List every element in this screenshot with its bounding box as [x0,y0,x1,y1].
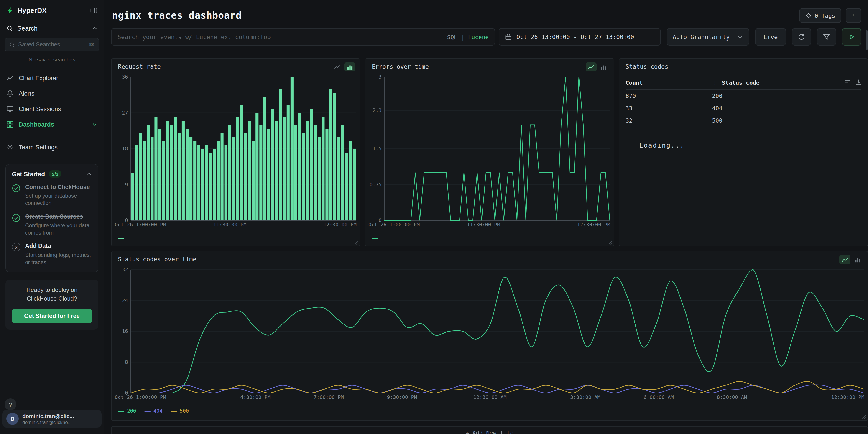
legend-label: 500 [180,408,189,414]
run-query-button[interactable] [842,28,861,45]
step-desc: Start sending logs, metrics, or traces [25,251,92,266]
lucene-toggle[interactable]: Lucene [468,33,489,40]
legend-item[interactable] [372,238,378,239]
granularity-select[interactable]: Auto Granularity [667,28,749,45]
progress-badge: 2/3 [49,170,62,178]
sidebar-item-team-settings[interactable]: Team Settings [0,140,104,155]
bar-chart-toggle[interactable] [852,255,863,264]
legend-item[interactable] [118,238,124,239]
query-toolbar: SQL | Lucene Oct 26 13:00:00 - Oct 27 13… [111,28,868,45]
refresh-icon [798,33,805,40]
legend-label: 404 [153,408,162,414]
sql-toggle[interactable]: SQL [447,33,457,40]
line-chart-toggle[interactable] [585,62,596,71]
legend-item-500[interactable]: 500 [171,408,189,414]
legend-item-404[interactable]: 404 [144,408,162,414]
svg-text:11:30:00 PM: 11:30:00 PM [467,222,500,227]
event-search-input[interactable] [118,33,443,40]
svg-text:Oct 26 1:00:00 PM: Oct 26 1:00:00 PM [115,222,166,227]
sidebar-item-chart-explorer[interactable]: Chart Explorer [0,70,104,86]
filter-button[interactable] [817,28,836,45]
cell-status: 404 [712,105,722,112]
scrollbar-thumb[interactable] [866,30,868,50]
table-header-row: Count ⋮ Status code [625,76,861,90]
dashboard-kebab-button[interactable]: ⋮ [846,8,861,23]
svg-text:16: 16 [122,328,128,334]
get-started-step-sources[interactable]: Create Data Sources Configure where your… [12,213,92,236]
rows-icon[interactable] [844,79,851,86]
step-desc: Configure where your data comes from [25,222,92,237]
line-chart-toggle[interactable] [839,255,850,264]
sidebar-item-dashboards[interactable]: Dashboards [0,117,104,132]
svg-text:9:30:00 PM: 9:30:00 PM [387,394,417,400]
column-header-status-code[interactable]: Status code [722,79,760,86]
sidebar-item-client-sessions[interactable]: Client Sessions [0,101,104,117]
brand-name: HyperDX [17,6,47,14]
search-section-icon [6,25,13,32]
loading-text: Loading... [639,142,684,149]
date-range-picker[interactable]: Oct 26 13:00:00 - Oct 27 13:00:00 [499,28,661,45]
check-circle-icon [12,184,21,193]
bar-chart-toggle[interactable] [344,62,355,71]
tile-errors-over-time: Errors over time 00.751.52.33Oct 26 1:00… [365,58,614,246]
step-title: Add Data [25,243,92,250]
search-section-label: Search [17,25,38,32]
live-button[interactable]: Live [755,28,786,45]
language-divider: | [461,33,465,40]
saved-searches-input[interactable] [18,41,86,48]
svg-text:12:30:00 PM: 12:30:00 PM [577,222,611,227]
legend-item-200[interactable]: 200 [118,408,136,414]
sidebar-collapse-icon[interactable] [90,7,97,14]
column-divider: ⋮ [712,79,718,86]
get-started-card: Get Started 2/3 Connect to ClickHouse Se… [5,164,98,272]
refresh-button[interactable] [792,28,811,45]
resize-handle[interactable] [862,415,866,419]
column-header-count[interactable]: Count [625,79,712,86]
errors-chart: 00.751.52.33Oct 26 1:00:00 PM11:30:00 PM… [368,72,611,228]
tags-button[interactable]: 0 Tags [799,8,841,23]
step-title: Create Data Sources [25,213,92,220]
get-started-free-button[interactable]: Get Started for Free [12,309,92,323]
svg-text:3: 3 [379,74,382,80]
user-menu[interactable]: D dominic.tran@clic... dominic.tran@clic… [2,410,101,428]
svg-text:8: 8 [125,359,128,365]
cell-count: 32 [625,117,712,124]
legend-dash [118,238,124,239]
resize-handle[interactable] [354,241,359,245]
tag-icon [805,12,811,19]
hyperdx-logo-icon [6,7,14,14]
legend-dash [372,238,378,239]
add-new-tile-button[interactable]: + Add New Tile [111,426,868,434]
svg-text:4:30:00 PM: 4:30:00 PM [240,394,270,400]
svg-text:24: 24 [122,298,128,303]
get-started-title: Get Started [12,170,45,177]
chart-type-toggles [332,62,355,71]
line-chart-toggle[interactable] [332,62,343,71]
get-started-header[interactable]: Get Started 2/3 [12,170,92,178]
help-button[interactable]: ? [5,399,17,410]
bar-chart-toggle[interactable] [598,62,609,71]
sidebar-section-search[interactable]: Search [0,20,104,37]
svg-text:27: 27 [122,110,128,116]
get-started-step-add-data[interactable]: 3 Add Data Start sending logs, metrics, … [12,243,92,266]
cell-count: 33 [625,105,712,112]
resize-handle[interactable] [608,241,612,245]
request-rate-chart: 09182736Oct 26 1:00:00 PM11:30:00 PM12:3… [114,72,357,228]
legend-dash [118,410,124,411]
granularity-value: Auto Granularity [673,33,730,40]
deploy-text-line1: Ready to deploy on [12,286,92,294]
chart-legend: 200 404 500 [118,408,189,414]
cell-status: 500 [712,117,722,124]
nav-label: Team Settings [19,144,58,151]
nav-label: Chart Explorer [19,74,58,81]
get-started-step-connect[interactable]: Connect to ClickHouse Set up your databa… [12,184,92,207]
chevron-down-icon [737,34,743,40]
tiles-row-1: Request rate 09182736Oct 26 1:00:00 PM11… [111,58,868,246]
svg-text:3:30:00 AM: 3:30:00 AM [570,394,600,400]
step-number-icon: 3 [12,243,21,252]
svg-text:18: 18 [122,146,128,151]
tile-title: Status codes over time [118,256,196,263]
sidebar-item-alerts[interactable]: Alerts [0,86,104,101]
svg-text:11:30:00 PM: 11:30:00 PM [213,222,247,227]
download-icon[interactable] [855,79,862,86]
